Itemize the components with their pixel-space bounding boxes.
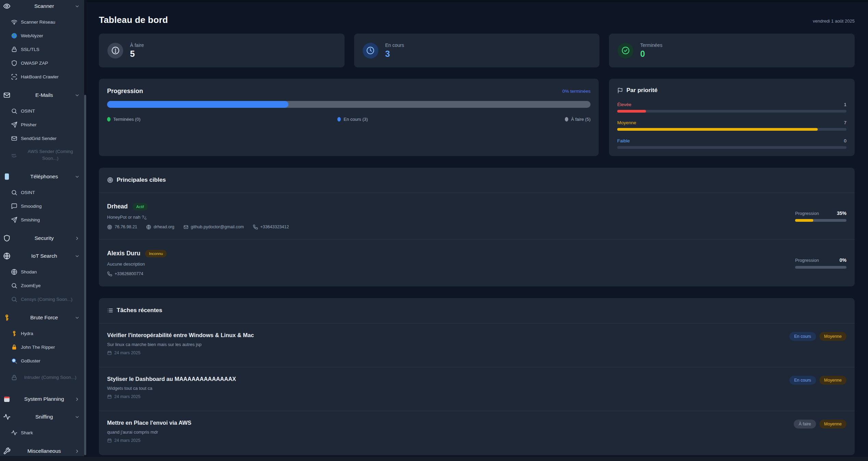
sidebar-item-zoomeye[interactable]: ZoomEye (0, 279, 87, 292)
target-status-badge: Inconnu (145, 250, 167, 257)
target-meta-item: +33626800774 (107, 271, 143, 277)
sidebar-item-john-the-ripper[interactable]: John The Ripper (0, 340, 87, 354)
stat-value: 3 (385, 49, 404, 59)
sidebar-item-hakboard-crawler[interactable]: HakBoard Crawler (0, 70, 87, 84)
sidebar-section-miscellaneous[interactable]: Miscellaneous (0, 445, 87, 457)
target-row-alexis-duru[interactable]: Alexis DuruInconnuAucune description+336… (99, 240, 855, 286)
sidebar-item-webalyzer[interactable]: WebAlyzer (0, 29, 87, 42)
priority-label: Moyenne (617, 120, 636, 125)
task-date-text: 24 mars 2025 (114, 394, 140, 399)
search-icon (11, 296, 17, 303)
svg-text:aws: aws (11, 153, 16, 156)
sidebar-section-brute-force[interactable]: Brute Force (0, 311, 87, 324)
priority-line: Élevée1 (617, 102, 846, 107)
eye-icon (3, 2, 12, 10)
target-progress-value: 0% (840, 257, 846, 263)
priority-bar-fill (617, 128, 818, 131)
sidebar-section-e-mails[interactable]: E-Mails (0, 89, 87, 101)
task-badges: En coursMoyenne (789, 376, 846, 385)
priority-count: 1 (844, 102, 846, 107)
priority-row-faible: Faible0 (617, 138, 846, 149)
legend-dot (107, 117, 111, 121)
sidebar: ScannerScanner RéseauWebAlyzerSSL/TLSOWA… (0, 0, 87, 461)
sidebar-item-label: WebAlyzer (21, 33, 43, 38)
target-progress-value: 35% (837, 210, 846, 216)
sidebar-section-scanner[interactable]: Scanner (0, 0, 87, 12)
task-description: quand j'aurai compris mdr (107, 430, 191, 435)
target-meta-text: github.pydoctor@gmail.com (191, 225, 244, 229)
sidebar-item-gobuster[interactable]: GoBuster (0, 354, 87, 368)
chevron-down-icon (75, 254, 80, 259)
priority-panel-header: Par priorité (617, 87, 846, 94)
legend-dot (565, 117, 568, 121)
bottom-scrollbar-strip[interactable] (0, 456, 868, 461)
task-title: Mettre en Place l'envoi via AWS (107, 420, 191, 426)
sidebar-item-shodan[interactable]: Shodan (0, 265, 87, 279)
sidebar-items-sniffing: Shark (0, 426, 87, 439)
key-color-icon (11, 330, 17, 337)
sidebar-scrollbar-thumb[interactable] (84, 95, 86, 455)
target-row-drhead[interactable]: DrheadActifHoneyPot or nah ?¿76.76.98.21… (99, 193, 855, 240)
sidebar-section-t-l-phones[interactable]: Téléphones (0, 170, 87, 183)
tasks-panel-title: Tâches récentes (117, 307, 162, 314)
send-icon (11, 217, 17, 223)
stat-label: Terminées (640, 42, 662, 48)
stat-text: À faire5 (130, 42, 144, 59)
sidebar-item-censys-coming-soon-[interactable]: Censys (Coming Soon...) (0, 292, 87, 306)
sidebar-items-scanner: Scanner RéseauWebAlyzerSSL/TLSOWASP ZAPH… (0, 15, 87, 84)
sidebar-item-sendgrid-sender[interactable]: SendGrid Sender (0, 131, 87, 145)
sidebar-section-label: E-Mails (12, 92, 76, 98)
sidebar-item-ssl-tls[interactable]: SSL/TLS (0, 42, 87, 56)
sidebar-item-label: Smooding (21, 204, 42, 209)
phone-icon (253, 225, 258, 230)
sidebar-item-hydra[interactable]: Hydra (0, 326, 87, 340)
task-row[interactable]: Mettre en Place l'envoi via AWSquand j'a… (99, 411, 855, 455)
sidebar-item-smishing[interactable]: Smishing (0, 213, 87, 227)
priority-panel: Par priorité Élevée1Moyenne7Faible0 (609, 79, 855, 156)
sidebar-item-phisher[interactable]: Phisher (0, 118, 87, 131)
mail-icon (11, 135, 17, 142)
dashboard-content: Tableau de bord vendredi 1 août 2025 À f… (87, 14, 868, 455)
priority-row-moyenne: Moyenne7 (617, 120, 846, 131)
sidebar-item-scanner-r-seau[interactable]: Scanner Réseau (0, 15, 87, 29)
task-date: 24 mars 2025 (107, 394, 236, 399)
sidebar-item-osint[interactable]: OSINT (0, 104, 87, 118)
target-icon (107, 225, 112, 230)
sidebar-item-intruder-coming-soon-[interactable]: Intruder (Coming Soon...) (0, 368, 87, 387)
stat-value: 5 (130, 49, 144, 59)
sidebar-item-aws-sender-coming-soon-[interactable]: awsAWS Sender (Coming Soon...) (0, 145, 87, 165)
sidebar-item-shark[interactable]: Shark (0, 426, 87, 439)
task-description: Widgets tout ca tout ca (107, 386, 236, 391)
task-row[interactable]: Styliser le Dashboard au MAAAAAAAAAAAAAX… (99, 367, 855, 411)
legend-label: Terminées (0) (113, 117, 140, 122)
chevron-down-icon (75, 93, 80, 98)
task-row[interactable]: Vérifier l'interopérabilité entre Window… (99, 323, 855, 367)
stat-text: Terminées0 (640, 42, 662, 59)
task-status-badge: En cours (789, 376, 816, 385)
sidebar-items-e-mails: OSINTPhisherSendGrid SenderawsAWS Sender… (0, 104, 87, 165)
sidebar-item-owasp-zap[interactable]: OWASP ZAP (0, 56, 87, 70)
legend-item: À faire (5) (565, 117, 591, 122)
task-info: Styliser le Dashboard au MAAAAAAAAAAAAAX… (107, 376, 236, 399)
target-description: Aucune description (107, 261, 167, 267)
sidebar-item-label: John The Ripper (21, 345, 55, 350)
priority-line: Moyenne7 (617, 120, 846, 125)
sidebar-item-label: SendGrid Sender (21, 136, 56, 141)
sidebar-section-security[interactable]: Security (0, 232, 87, 244)
sidebar-section-label: Security (12, 235, 76, 241)
target-progress-bar (795, 266, 846, 269)
task-status-badge: En cours (789, 332, 816, 341)
target-progress-fill (795, 219, 813, 222)
priority-rows: Élevée1Moyenne7Faible0 (617, 102, 846, 149)
activity-icon (11, 430, 17, 436)
sidebar-section-sniffing[interactable]: Sniffing (0, 411, 87, 423)
sidebar-item-osint[interactable]: OSINT (0, 185, 87, 199)
flag-icon (617, 88, 623, 93)
sidebar-section-iot-search[interactable]: IoT Search (0, 250, 87, 262)
target-name-line: Alexis DuruInconnu (107, 250, 167, 257)
progress-panel-title: Progression (107, 88, 143, 95)
sidebar-item-smooding[interactable]: Smooding (0, 199, 87, 213)
sidebar-section-system-planning[interactable]: System Planning (0, 393, 87, 405)
page-title: Tableau de bord (99, 15, 168, 25)
sidebar-item-label: Shark (21, 430, 33, 435)
